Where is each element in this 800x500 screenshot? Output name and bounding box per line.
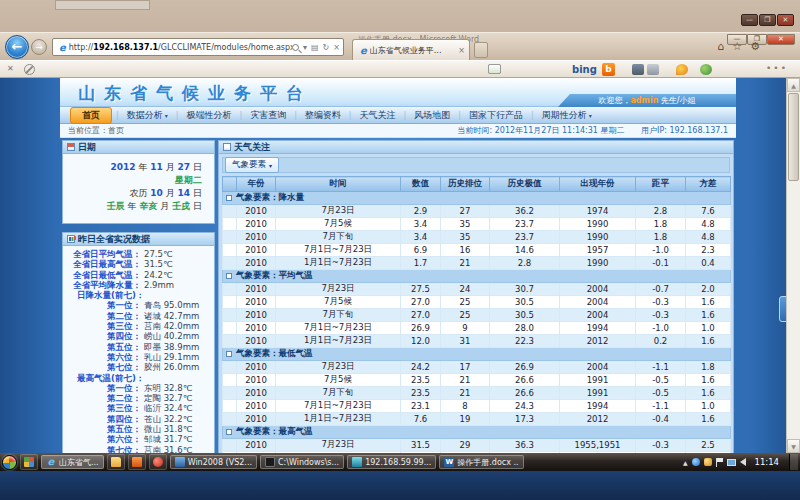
minimize-button[interactable]: — bbox=[741, 14, 758, 26]
bird-icon[interactable] bbox=[676, 64, 688, 75]
favorites-star-icon[interactable]: ☆ bbox=[732, 40, 742, 53]
toolbar-card-icon[interactable] bbox=[488, 64, 501, 74]
table-row[interactable]: 20101月1日~7月23日12.03122.320120.21.6 bbox=[223, 335, 731, 348]
table-row[interactable]: 20101月1日~7月23日1.7212.81990-0.10.4 bbox=[223, 257, 731, 270]
row-checkbox-cell bbox=[223, 231, 237, 244]
element-dropdown-button[interactable]: 气象要素▾ bbox=[225, 157, 279, 173]
explorer-icon[interactable] bbox=[107, 454, 125, 470]
close-button[interactable]: ✕ bbox=[777, 14, 794, 26]
chevron-down-icon[interactable]: ▾ bbox=[303, 43, 307, 52]
group-header-row[interactable]: 气象要素：最低气温 bbox=[223, 348, 731, 361]
network-icon[interactable] bbox=[727, 459, 736, 466]
nav-item-3[interactable]: 极端性分析 bbox=[178, 109, 239, 122]
start-button[interactable] bbox=[2, 455, 17, 470]
group-header-row[interactable]: 气象要素：平均气温 bbox=[223, 270, 731, 283]
table-row[interactable]: 20107月5候3.43523.719901.84.8 bbox=[223, 218, 731, 231]
nav-item-9[interactable]: 周期性分析▾ bbox=[534, 109, 600, 122]
stat-value: 24.2℃ bbox=[144, 270, 172, 280]
group-checkbox[interactable] bbox=[226, 351, 232, 357]
table-row[interactable]: 20107月下旬3.43523.719901.84.8 bbox=[223, 231, 731, 244]
cell: 7月下旬 bbox=[276, 387, 401, 400]
taskbar-remote-button[interactable]: 192.168.59.99... bbox=[347, 455, 436, 469]
nav-item-5[interactable]: 整编资料 bbox=[297, 109, 349, 122]
pinned-orange-app-icon[interactable] bbox=[128, 454, 146, 470]
pinned-app-icon[interactable] bbox=[20, 454, 38, 470]
table-row[interactable]: 20107月1日~7月23日26.9928.01994-1.01.0 bbox=[223, 322, 731, 335]
row-checkbox-cell bbox=[223, 296, 237, 309]
table-row[interactable]: 20107月5候27.02530.52004-0.31.6 bbox=[223, 296, 731, 309]
bing-logo[interactable]: bing bbox=[572, 64, 597, 75]
rank-value: 莒南 42.0mm bbox=[144, 321, 199, 331]
scroll-down-icon[interactable]: ▼ bbox=[787, 439, 800, 453]
nav-item-8[interactable]: 国家下行产品 bbox=[461, 109, 531, 122]
address-bar[interactable]: e http://192.168.137.1/GLCCLIMATE/module… bbox=[52, 38, 344, 56]
refresh-icon[interactable]: ↻ bbox=[323, 43, 330, 52]
forward-button[interactable]: → bbox=[31, 39, 47, 55]
group-checkbox[interactable] bbox=[226, 429, 232, 435]
nav-item-6[interactable]: 天气关注 bbox=[352, 109, 404, 122]
stop-icon[interactable]: × bbox=[333, 43, 340, 52]
show-desktop-button[interactable] bbox=[789, 454, 798, 470]
group-header-row[interactable]: 气象要素：降水量 bbox=[223, 192, 731, 205]
table-row[interactable]: 20107月23日2.92736.219742.87.6 bbox=[223, 205, 731, 218]
group-checkbox[interactable] bbox=[226, 195, 232, 201]
rank-section-title: 日降水量(前七)： bbox=[63, 290, 214, 300]
table-row[interactable]: 20107月23日27.52430.72004-0.72.0 bbox=[223, 283, 731, 296]
table-row[interactable]: 20107月1日~7月23日6.91614.61957-1.02.3 bbox=[223, 244, 731, 257]
settings-gear-icon[interactable]: ⚙ bbox=[750, 40, 760, 53]
scrollbar-thumb[interactable] bbox=[788, 93, 799, 181]
search-icon[interactable] bbox=[292, 44, 299, 51]
table-row[interactable]: 20107月23日31.52936.31955,1951-0.32.5 bbox=[223, 439, 731, 452]
cell: 4.8 bbox=[686, 218, 731, 231]
new-tab-button[interactable] bbox=[474, 42, 488, 58]
scroll-up-icon[interactable]: ▲ bbox=[787, 78, 800, 92]
column-header: 历史排位 bbox=[441, 177, 490, 192]
page-scrollbar[interactable]: ▲ ▼ bbox=[786, 78, 800, 453]
show-hidden-icons-icon[interactable]: ▲ bbox=[683, 459, 688, 466]
camera-icon[interactable] bbox=[632, 64, 644, 75]
table-row[interactable]: 20101月1日~7月23日7.61917.32012-0.41.6 bbox=[223, 413, 731, 426]
translate-icon[interactable] bbox=[700, 64, 712, 75]
group-checkbox[interactable] bbox=[226, 273, 232, 279]
taskbar-cmd-button[interactable]: C:\Windows\s... bbox=[260, 455, 344, 469]
browser-tab[interactable]: e 山东省气候业务平... × bbox=[352, 39, 470, 61]
compatibility-icon[interactable]: ▤ bbox=[311, 43, 319, 52]
home-icon[interactable]: ⌂ bbox=[717, 40, 724, 53]
nav-item-7[interactable]: 风场地图 bbox=[406, 109, 458, 122]
taskbar-word-button[interactable]: W操作手册.docx .. bbox=[439, 455, 523, 469]
table-row[interactable]: 20107月1日~7月23日23.1824.31994-1.11.0 bbox=[223, 400, 731, 413]
rank-label: 第二位： bbox=[63, 311, 141, 321]
cell: 2004 bbox=[560, 296, 636, 309]
input-method-icon[interactable] bbox=[704, 458, 712, 466]
clock[interactable]: 11:14 bbox=[755, 457, 780, 467]
bing-app-icon[interactable]: b bbox=[602, 63, 615, 76]
table-row[interactable]: 20107月下旬27.02530.52004-0.31.6 bbox=[223, 309, 731, 322]
group-header-row[interactable]: 气象要素：最高气温 bbox=[223, 426, 731, 439]
close-button[interactable]: ✕ bbox=[767, 34, 795, 45]
gallery-icon[interactable] bbox=[647, 64, 659, 75]
tray-app-icon[interactable] bbox=[692, 458, 700, 466]
table-row[interactable]: 20107月下旬23.52126.61991-0.51.6 bbox=[223, 387, 731, 400]
tab-close-icon[interactable]: × bbox=[458, 46, 465, 55]
back-button[interactable]: ← bbox=[5, 35, 29, 59]
table-row[interactable]: 20107月23日24.21726.92004-1.11.8 bbox=[223, 361, 731, 374]
table-row[interactable]: 20107月5候23.52126.61991-0.51.6 bbox=[223, 374, 731, 387]
maximize-button[interactable]: ❐ bbox=[759, 14, 776, 26]
background-window-fragment bbox=[55, 0, 150, 10]
calendar-line: 星期二 bbox=[63, 174, 202, 187]
taskbar-ie-button[interactable]: e山东省气... bbox=[41, 455, 104, 469]
nav-item-1[interactable]: 首页 bbox=[70, 107, 112, 124]
volume-icon[interactable] bbox=[740, 458, 746, 466]
taskbar-vm-button[interactable]: Win2008 (VS2... bbox=[170, 455, 257, 469]
nav-item-4[interactable]: 灾害查询 bbox=[242, 109, 294, 122]
cell: -0.5 bbox=[636, 374, 686, 387]
toolbar-close-icon[interactable]: ✕ bbox=[7, 64, 14, 73]
cell: 7月1日~7月23日 bbox=[276, 322, 401, 335]
more-options-icon[interactable]: ••• bbox=[766, 63, 788, 73]
taskbar-button-label: Win2008 (VS2... bbox=[188, 458, 252, 467]
action-center-flag-icon[interactable] bbox=[716, 458, 723, 467]
url-text[interactable]: http://192.168.137.1/GLCCLIMATE/modules/… bbox=[69, 43, 292, 52]
nav-item-2[interactable]: 数据分析▾ bbox=[119, 109, 176, 122]
calendar-icon bbox=[67, 143, 75, 151]
pinned-red-app-icon[interactable] bbox=[149, 454, 167, 470]
